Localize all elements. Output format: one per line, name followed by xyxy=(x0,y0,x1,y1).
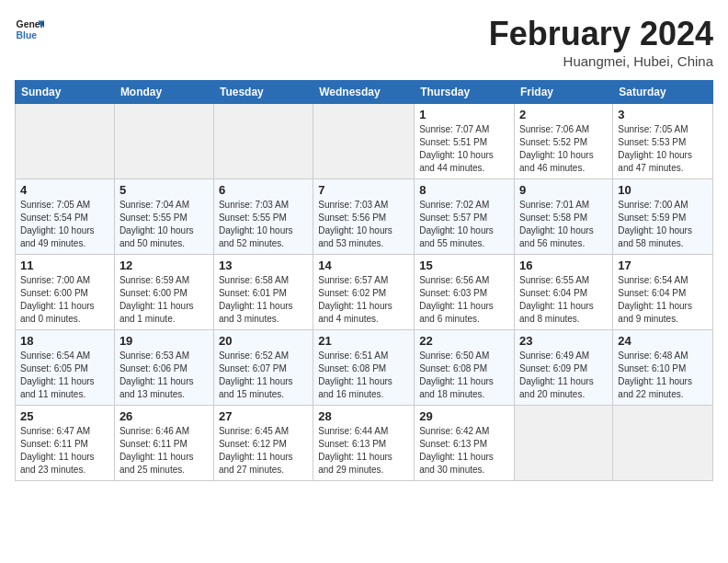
day-info: Sunrise: 7:02 AMSunset: 5:57 PMDaylight:… xyxy=(419,199,509,250)
day-info: Sunrise: 7:05 AMSunset: 5:54 PMDaylight:… xyxy=(20,199,109,250)
day-number: 22 xyxy=(419,334,509,348)
calendar-cell: 15Sunrise: 6:56 AMSunset: 6:03 PMDayligh… xyxy=(415,255,515,330)
day-header-tuesday: Tuesday xyxy=(213,81,313,104)
day-number: 2 xyxy=(519,108,608,121)
calendar-cell: 14Sunrise: 6:57 AMSunset: 6:02 PMDayligh… xyxy=(313,255,415,330)
calendar-cell: 4Sunrise: 7:05 AMSunset: 5:54 PMDaylight… xyxy=(16,179,115,255)
title-block: February 2024 Huangmei, Hubei, China xyxy=(489,15,713,69)
day-number: 8 xyxy=(419,183,509,197)
calendar-cell: 7Sunrise: 7:03 AMSunset: 5:56 PMDaylight… xyxy=(313,179,415,255)
day-info: Sunrise: 6:42 AMSunset: 6:13 PMDaylight:… xyxy=(419,425,509,477)
day-info: Sunrise: 6:47 AMSunset: 6:11 PMDaylight:… xyxy=(20,425,109,477)
day-info: Sunrise: 6:54 AMSunset: 6:04 PMDaylight:… xyxy=(618,274,708,326)
calendar-cell: 28Sunrise: 6:44 AMSunset: 6:13 PMDayligh… xyxy=(313,406,415,481)
day-number: 11 xyxy=(20,259,109,272)
day-header-monday: Monday xyxy=(114,81,213,104)
day-header-wednesday: Wednesday xyxy=(313,81,415,104)
day-info: Sunrise: 6:55 AMSunset: 6:04 PMDaylight:… xyxy=(519,274,608,326)
day-number: 6 xyxy=(219,183,308,197)
day-number: 19 xyxy=(119,334,209,348)
day-info: Sunrise: 6:46 AMSunset: 6:11 PMDaylight:… xyxy=(119,425,209,477)
calendar-week-1: 1Sunrise: 7:07 AMSunset: 5:51 PMDaylight… xyxy=(16,104,713,179)
calendar-body: 1Sunrise: 7:07 AMSunset: 5:51 PMDaylight… xyxy=(16,104,713,481)
day-info: Sunrise: 6:59 AMSunset: 6:00 PMDaylight:… xyxy=(119,274,209,326)
calendar-cell xyxy=(213,104,313,179)
day-info: Sunrise: 7:05 AMSunset: 5:53 PMDaylight:… xyxy=(618,123,708,175)
calendar-cell: 21Sunrise: 6:51 AMSunset: 6:08 PMDayligh… xyxy=(313,330,415,406)
calendar-cell: 20Sunrise: 6:52 AMSunset: 6:07 PMDayligh… xyxy=(213,330,313,406)
day-number: 26 xyxy=(119,409,209,423)
day-info: Sunrise: 6:57 AMSunset: 6:02 PMDaylight:… xyxy=(318,274,409,326)
day-number: 18 xyxy=(20,334,109,348)
day-info: Sunrise: 7:03 AMSunset: 5:56 PMDaylight:… xyxy=(318,199,409,250)
logo: General Blue xyxy=(15,15,44,44)
calendar-cell: 13Sunrise: 6:58 AMSunset: 6:01 PMDayligh… xyxy=(213,255,313,330)
day-number: 12 xyxy=(119,259,209,272)
calendar-cell: 18Sunrise: 6:54 AMSunset: 6:05 PMDayligh… xyxy=(16,330,115,406)
calendar-cell: 16Sunrise: 6:55 AMSunset: 6:04 PMDayligh… xyxy=(515,255,613,330)
day-number: 9 xyxy=(519,183,608,197)
day-number: 4 xyxy=(20,183,109,197)
calendar-cell: 25Sunrise: 6:47 AMSunset: 6:11 PMDayligh… xyxy=(16,406,115,481)
day-info: Sunrise: 7:06 AMSunset: 5:52 PMDaylight:… xyxy=(519,123,608,175)
month-title: February 2024 xyxy=(489,15,713,53)
day-number: 3 xyxy=(618,108,708,121)
day-header-thursday: Thursday xyxy=(415,81,515,104)
calendar-cell: 29Sunrise: 6:42 AMSunset: 6:13 PMDayligh… xyxy=(415,406,515,481)
calendar-cell: 3Sunrise: 7:05 AMSunset: 5:53 PMDaylight… xyxy=(613,104,713,179)
day-info: Sunrise: 7:00 AMSunset: 6:00 PMDaylight:… xyxy=(20,274,109,326)
day-number: 29 xyxy=(419,409,509,423)
calendar-week-3: 11Sunrise: 7:00 AMSunset: 6:00 PMDayligh… xyxy=(16,255,713,330)
day-number: 14 xyxy=(318,259,409,272)
day-number: 13 xyxy=(219,259,308,272)
day-number: 10 xyxy=(618,183,708,197)
calendar-cell: 2Sunrise: 7:06 AMSunset: 5:52 PMDaylight… xyxy=(515,104,613,179)
calendar-cell: 17Sunrise: 6:54 AMSunset: 6:04 PMDayligh… xyxy=(613,255,713,330)
calendar-cell xyxy=(114,104,213,179)
day-number: 1 xyxy=(419,108,509,121)
day-info: Sunrise: 7:07 AMSunset: 5:51 PMDaylight:… xyxy=(419,123,509,175)
day-info: Sunrise: 7:03 AMSunset: 5:55 PMDaylight:… xyxy=(219,199,308,250)
calendar-cell: 9Sunrise: 7:01 AMSunset: 5:58 PMDaylight… xyxy=(515,179,613,255)
day-number: 25 xyxy=(20,409,109,423)
calendar-cell: 5Sunrise: 7:04 AMSunset: 5:55 PMDaylight… xyxy=(114,179,213,255)
day-info: Sunrise: 6:52 AMSunset: 6:07 PMDaylight:… xyxy=(219,350,308,401)
calendar-cell: 11Sunrise: 7:00 AMSunset: 6:00 PMDayligh… xyxy=(16,255,115,330)
day-number: 5 xyxy=(119,183,209,197)
day-number: 21 xyxy=(318,334,409,348)
day-info: Sunrise: 6:48 AMSunset: 6:10 PMDaylight:… xyxy=(618,350,708,401)
calendar-cell: 22Sunrise: 6:50 AMSunset: 6:08 PMDayligh… xyxy=(415,330,515,406)
day-number: 27 xyxy=(219,409,308,423)
location-title: Huangmei, Hubei, China xyxy=(489,53,713,69)
day-number: 7 xyxy=(318,183,409,197)
calendar-cell xyxy=(16,104,115,179)
day-header-sunday: Sunday xyxy=(16,81,115,104)
day-info: Sunrise: 6:54 AMSunset: 6:05 PMDaylight:… xyxy=(20,350,109,401)
day-info: Sunrise: 6:56 AMSunset: 6:03 PMDaylight:… xyxy=(419,274,509,326)
day-number: 28 xyxy=(318,409,409,423)
calendar-cell: 1Sunrise: 7:07 AMSunset: 5:51 PMDaylight… xyxy=(415,104,515,179)
calendar-cell: 6Sunrise: 7:03 AMSunset: 5:55 PMDaylight… xyxy=(213,179,313,255)
day-info: Sunrise: 6:49 AMSunset: 6:09 PMDaylight:… xyxy=(519,350,608,401)
day-info: Sunrise: 6:45 AMSunset: 6:12 PMDaylight:… xyxy=(219,425,308,477)
calendar-cell: 19Sunrise: 6:53 AMSunset: 6:06 PMDayligh… xyxy=(114,330,213,406)
day-info: Sunrise: 7:01 AMSunset: 5:58 PMDaylight:… xyxy=(519,199,608,250)
day-number: 23 xyxy=(519,334,608,348)
day-number: 20 xyxy=(219,334,308,348)
calendar-week-2: 4Sunrise: 7:05 AMSunset: 5:54 PMDaylight… xyxy=(16,179,713,255)
calendar-cell: 26Sunrise: 6:46 AMSunset: 6:11 PMDayligh… xyxy=(114,406,213,481)
day-info: Sunrise: 6:50 AMSunset: 6:08 PMDaylight:… xyxy=(419,350,509,401)
svg-text:Blue: Blue xyxy=(17,30,38,40)
calendar-cell: 27Sunrise: 6:45 AMSunset: 6:12 PMDayligh… xyxy=(213,406,313,481)
calendar-week-4: 18Sunrise: 6:54 AMSunset: 6:05 PMDayligh… xyxy=(16,330,713,406)
day-info: Sunrise: 6:51 AMSunset: 6:08 PMDaylight:… xyxy=(318,350,409,401)
calendar-table: SundayMondayTuesdayWednesdayThursdayFrid… xyxy=(15,80,713,481)
calendar-cell: 23Sunrise: 6:49 AMSunset: 6:09 PMDayligh… xyxy=(515,330,613,406)
day-number: 15 xyxy=(419,259,509,272)
day-number: 17 xyxy=(618,259,708,272)
calendar-cell xyxy=(613,406,713,481)
day-info: Sunrise: 6:44 AMSunset: 6:13 PMDaylight:… xyxy=(318,425,409,477)
calendar-cell xyxy=(313,104,415,179)
day-info: Sunrise: 6:58 AMSunset: 6:01 PMDaylight:… xyxy=(219,274,308,326)
day-info: Sunrise: 7:04 AMSunset: 5:55 PMDaylight:… xyxy=(119,199,209,250)
